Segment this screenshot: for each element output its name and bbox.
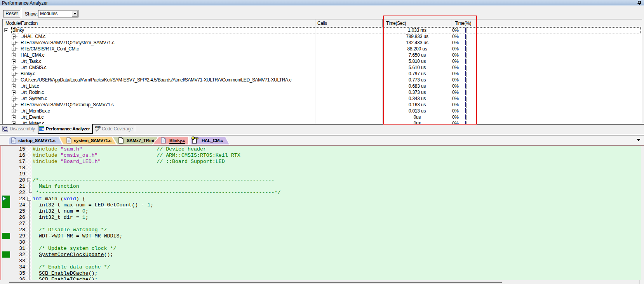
svg-text:CODE: CODE [95, 126, 101, 128]
